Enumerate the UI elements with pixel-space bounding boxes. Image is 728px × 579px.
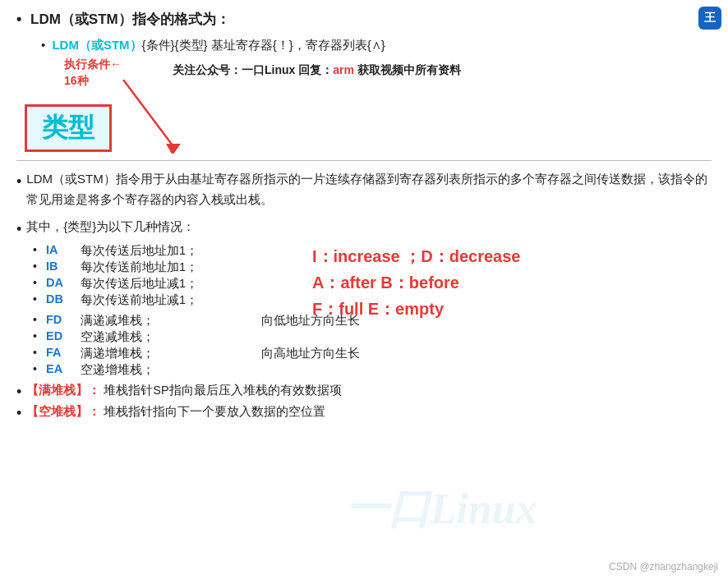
type-list-container: • IA 每次传送后地址加1； • IB 每次传送前地址加1； • DA 每次传…: [33, 243, 712, 308]
desc-fa: 满递增堆栈；: [81, 346, 212, 361]
empty-stack-text: 【空堆栈】： 堆栈指针指向下一个要放入数据的空位置: [26, 404, 325, 420]
type-box: 类型: [25, 104, 112, 152]
growth-fa: 向高地址方向生长: [261, 346, 360, 361]
arm-text: arm: [333, 63, 354, 76]
svg-line-0: [123, 80, 173, 145]
code-fa: FA: [46, 346, 81, 359]
csdn-attribution: CSDN @zhangzhangkeji: [609, 561, 718, 572]
empty-stack-desc: 堆栈指针指向下一个要放入数据的空位置: [104, 405, 325, 418]
formula-line-2: A：after B：before: [312, 269, 520, 296]
sub-bullet-fd: •: [33, 313, 41, 326]
desc-fd: 满递减堆栈；: [81, 313, 212, 329]
code-da: DA: [46, 276, 81, 289]
desc-ea: 空递增堆栈；: [81, 362, 212, 378]
code-ed: ED: [46, 329, 81, 342]
ldm-description-text: LDM（或STM）指令用于从由基址寄存器所指示的一片连续存储器到寄存器列表所指示…: [26, 169, 712, 210]
code-db: DB: [46, 292, 81, 306]
sub-bullet-fa: •: [33, 346, 41, 359]
full-stack-desc: 堆栈指针SP指向最后压入堆栈的有效数据项: [104, 384, 341, 397]
page-container: 王 • LDM（或STM）指令的格式为： • LDM（或STM）{条件}{类型}…: [0, 0, 728, 579]
wechat-notice: 关注公众号：一口Linux 回复：arm 获取视频中所有资料: [173, 63, 461, 78]
code-ib: IB: [46, 260, 81, 273]
code-fd: FD: [46, 313, 81, 326]
empty-stack-bracket: 【空堆栈】：: [26, 405, 100, 418]
title-bullet: •: [16, 11, 21, 27]
red-arrow-svg: [107, 80, 205, 154]
sub-bullet: •: [41, 38, 45, 52]
ldm-text-blue: LDM（或STM）: [52, 38, 141, 52]
full-stack-bracket: 【满堆栈】：: [26, 384, 100, 397]
formula-line-1: I：increase ；D：decrease: [312, 243, 520, 269]
bullet-dot-1: •: [16, 170, 21, 195]
special-item-full-stack: • 【满堆栈】： 堆栈指针SP指向最后压入堆栈的有效数据项: [16, 383, 712, 401]
bullet-dot-full: •: [16, 384, 21, 401]
sub-bullet-db: •: [33, 292, 41, 306]
type-row-ed: • ED 空递减堆栈；: [33, 329, 712, 345]
sub-bullet-ea: •: [33, 362, 41, 375]
sub-bullet-ed: •: [33, 329, 41, 342]
sub-bullet-ib: •: [33, 260, 41, 273]
sub-bullet-ia: •: [33, 243, 41, 256]
sub-item-format: • LDM（或STM）{条件}{类型} 基址寄存器{！}，寄存器列表{∧}: [41, 35, 712, 55]
type-list-bullet: • 其中，{类型}为以下几种情况：: [16, 217, 712, 242]
ldm-format-rest: {条件}{类型} 基址寄存器{！}，寄存器列表{∧}: [142, 38, 385, 52]
code-ia: IA: [46, 243, 81, 256]
title-text: LDM（或STM）指令的格式为：: [30, 11, 230, 27]
section-title: • LDM（或STM）指令的格式为：: [16, 8, 712, 30]
desc-db: 每次传送前地址减1；: [81, 292, 212, 308]
type-row-fa: • FA 满递增堆栈； 向高地址方向生长: [33, 346, 712, 361]
bullet-dot-2: •: [16, 218, 21, 242]
type-box-section: 类型: [16, 104, 712, 152]
divider: [16, 160, 712, 161]
corner-badge: 王: [698, 7, 721, 30]
code-ea: EA: [46, 362, 81, 375]
formula-block: I：increase ；D：decrease A：after B：before …: [312, 243, 520, 322]
type-list-prefix: 其中，{类型}为以下几种情况：: [26, 217, 195, 237]
annotation-line2: 16种: [64, 74, 89, 87]
full-stack-text: 【满堆栈】： 堆栈指针SP指向最后压入堆栈的有效数据项: [26, 383, 341, 398]
desc-da: 每次传送后地址减1；: [81, 276, 212, 292]
desc-ib: 每次传送前地址加1；: [81, 260, 212, 275]
special-item-empty-stack: • 【空堆栈】： 堆栈指针指向下一个要放入数据的空位置: [16, 404, 712, 422]
desc-ed: 空递减堆栈；: [81, 329, 212, 345]
type-row-ea: • EA 空递增堆栈；: [33, 362, 712, 378]
formula-line-3: F：full E：empty: [312, 296, 520, 322]
stack-type-list: • FD 满递减堆栈； 向低地址方向生长 • ED 空递减堆栈； • FA 满递…: [33, 313, 712, 378]
bullet-dot-empty: •: [16, 405, 21, 422]
sub-bullet-da: •: [33, 276, 41, 289]
svg-marker-1: [166, 144, 181, 154]
desc-ia: 每次传送后地址加1；: [81, 243, 212, 259]
annotation-line1: 执行条件←: [64, 57, 122, 71]
watermark: 一口Linux: [345, 480, 537, 538]
ldm-description-bullet: • LDM（或STM）指令用于从由基址寄存器所指示的一片连续存储器到寄存器列表所…: [16, 169, 712, 210]
